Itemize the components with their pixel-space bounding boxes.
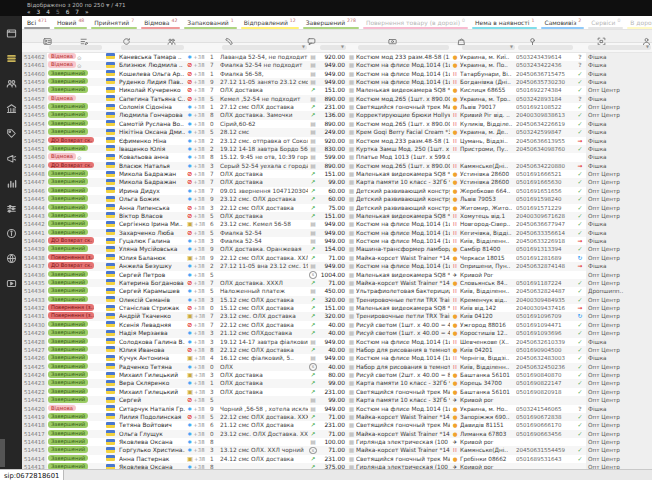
sidebar-item-megaphone[interactable] <box>0 146 22 171</box>
column-filter-input[interactable]: ▼ <box>320 45 346 51</box>
pager-prev-button[interactable]: « <box>27 9 31 15</box>
pager-page-3[interactable]: 3 <box>37 9 41 15</box>
table-row[interactable]: 514446ЗавершенийИрина Дидух∗+38709.01 зв… <box>22 187 652 195</box>
table-row[interactable]: 514433ЗавершенийОлексій Семанів∗+38315.1… <box>22 296 652 304</box>
phone-cell[interactable]: ▣+38 <box>185 371 210 379</box>
sidebar-item-video[interactable] <box>0 271 22 296</box>
phone-cell[interactable]: ▣+38 <box>185 354 210 362</box>
table-row[interactable]: 514417ЗавершенийОльга Глущук∗+38023.12 с… <box>22 430 652 438</box>
phone-cell[interactable]: ∗+38 <box>185 338 210 346</box>
phone-cell[interactable]: ∗+38 <box>185 329 210 337</box>
table-row[interactable]: 514418ЗавершенийТетяна Войтович∗+38621.1… <box>22 421 652 429</box>
phone-cell[interactable]: ∗+38 <box>185 296 210 304</box>
table-row[interactable]: 514456ЗавершенийСоломія Сідоніна∗+38127.… <box>22 103 652 111</box>
phone-cell[interactable]: ∗+38 <box>185 195 210 203</box>
phone-cell[interactable]: ∗+38 <box>185 262 210 270</box>
table-row[interactable]: 514455ЗавершенийЛюдмила Гончарова∗+388ОЛ… <box>22 111 652 119</box>
table-row[interactable]: 514447ЗавершенийМикола Бадражан⊘+387ОЛХ … <box>22 178 652 186</box>
table-row[interactable]: 514429ЗавершенийНадія Мерзаєва∗+38321.12… <box>22 329 652 337</box>
pager-page-4[interactable]: 4 <box>46 9 50 15</box>
phone-cell[interactable]: ∗+38 <box>185 53 210 61</box>
phone-cell[interactable]: ⊘+38 <box>185 70 210 78</box>
sidebar-item-bank[interactable] <box>0 96 22 121</box>
table-row[interactable]: 514422ЗавершенийМихаил Гилецький▣+383ОЛХ… <box>22 388 652 396</box>
sidebar-item-info[interactable] <box>0 221 22 246</box>
table-row[interactable]: 514427ЗавершенийЮлия Иванова⊘+38822.12 с… <box>22 346 652 354</box>
sidebar-item-sliders[interactable] <box>0 196 22 221</box>
sidebar-item-orders[interactable] <box>0 46 22 71</box>
table-row[interactable]: 514452ДО Возврат ск.Єфименко Ніна∗+38223… <box>22 137 652 145</box>
phone-cell[interactable]: ⊘+38 <box>185 178 210 186</box>
phone-cell[interactable]: ⊘+38 <box>185 95 210 103</box>
phone-cell[interactable]: ∗+38 <box>185 187 210 195</box>
phone-cell[interactable]: ∗+38 <box>185 120 210 128</box>
tab-завершений[interactable]: Завершений278 <box>301 16 361 29</box>
table-row[interactable]: 514428ЗавершенийСолодкова Галина В..∗+38… <box>22 338 652 346</box>
table-row[interactable]: 514437ДО Возврат ск.Анжела Безушку∗+3822… <box>22 262 652 270</box>
table-row[interactable]: 514434ЗавершенийСергей Карамышев∗+385Нал… <box>22 287 652 295</box>
phone-cell[interactable]: ⊘+38 <box>185 346 210 354</box>
table-row[interactable]: 514420ВідмоваСитарчук Наталія Гр..∗+389Ч… <box>22 405 652 413</box>
table-row[interactable]: 514432Повернення (з..Станіслав Стрижак⊘+… <box>22 304 652 312</box>
column-filter-input[interactable] <box>518 45 573 51</box>
table-row[interactable]: 514439ЗавершенийУляна Мусійовська∗+389ОЛ… <box>22 245 652 253</box>
phone-cell[interactable]: ▣+38 <box>185 312 210 320</box>
phone-cell[interactable]: ⊘+38 <box>185 321 210 329</box>
pager-page-5[interactable]: 5 <box>56 9 60 15</box>
phone-cell[interactable]: ⊘+38 <box>185 204 210 212</box>
tab-всі[interactable]: Всі471 <box>22 16 52 29</box>
table-row[interactable]: 514442ЗавершенийСергієнко Ірина Ми..▣+38… <box>22 220 652 228</box>
table-row[interactable]: 514458ЗавершенийНиколай Кучеренко⊘+387ОЛ… <box>22 86 652 94</box>
phone-cell[interactable]: ▣+38 <box>185 220 210 228</box>
column-filter-input[interactable] <box>358 45 449 51</box>
table-row[interactable]: 514438Повернення (з..Юлия Баланюк▣+38922… <box>22 254 652 262</box>
phone-cell[interactable]: ∗+38 <box>185 379 210 387</box>
table-row[interactable]: 514416ЗавершенийЯковлева Оксана∗+388▤100… <box>22 438 652 446</box>
pagination-summary[interactable]: Відображено з 200 по 250 ▼ / 471 <box>27 2 126 8</box>
column-filter-input[interactable] <box>49 45 102 51</box>
table-row[interactable]: 514443ЗавершенийВіктор Власов⊘+385ОЛХ до… <box>22 212 652 220</box>
phone-cell[interactable]: ∗+38 <box>185 128 210 136</box>
phone-cell[interactable]: ⊘+38 <box>185 413 210 421</box>
phone-cell[interactable]: ∗+38 <box>185 421 210 429</box>
table-row[interactable]: 514451ЗавершенийІващенко Юлія∗+38219.12 … <box>22 145 652 153</box>
tab-нема-в-наявності[interactable]: Нема в наявності1 <box>470 16 540 29</box>
phone-cell[interactable]: ⊘+38 <box>185 170 210 178</box>
phone-cell[interactable]: ⊘+38 <box>185 279 210 287</box>
table-row[interactable]: 514450Відмова⊙Ковальова анна∗+38815.12. … <box>22 153 652 161</box>
sidebar-item-tag[interactable] <box>0 121 22 146</box>
table-row[interactable]: 514454ЗавершенийСамотій Руслана Во..∗+38… <box>22 120 652 128</box>
phone-cell[interactable]: ⊘+38 <box>185 86 210 94</box>
pager-page-6[interactable]: 6 <box>66 9 70 15</box>
table-row[interactable]: 514431Повернення (з..Андрій Ткаченко▣+38… <box>22 312 652 320</box>
column-header-chat-icon[interactable] <box>307 31 316 50</box>
table-row[interactable]: 514457ВідмоваСапегина Татьяна С..⊘+385Ке… <box>22 95 652 103</box>
sidebar-item-chart[interactable] <box>0 171 22 196</box>
phone-cell[interactable]: ∗+38 <box>185 430 210 438</box>
phone-cell[interactable]: ∗+38 <box>185 271 210 279</box>
table-row[interactable]: 514462Відмова⊙Каневська Тамара ..∗+381Ла… <box>22 53 652 61</box>
phone-cell[interactable]: ▣+38 <box>185 388 210 396</box>
pager-next-button[interactable]: » <box>85 9 89 15</box>
phone-cell[interactable]: ∗+38 <box>185 363 210 371</box>
phone-cell[interactable]: ⊘+38 <box>185 396 210 404</box>
phone-cell[interactable]: ∗+38 <box>185 162 210 170</box>
phone-cell[interactable]: ∗+38 <box>185 245 210 253</box>
tab-в-дорозі-додому[interactable]: В дорозі додому0 <box>625 16 652 29</box>
table-row[interactable]: 514436ЗавершенийСергей Петров∗+385S1004.… <box>22 271 652 279</box>
phone-cell[interactable]: ∗+38 <box>185 111 210 119</box>
pager-page-7[interactable]: 7 <box>75 9 79 15</box>
phone-cell[interactable]: ∗+38 <box>185 446 210 454</box>
phone-cell[interactable]: ∗+38 <box>185 237 210 245</box>
table-row[interactable]: 514444ЗавершенийАнна Липенська⊘+38322.12… <box>22 204 652 212</box>
table-row[interactable]: 514435ЗавершенийКатерина Богданова⊘+387О… <box>22 279 652 287</box>
phone-cell[interactable]: ▣+38 <box>185 455 210 463</box>
table-row[interactable]: 514441ЗавершенийЗахарченко Люба⊘+385Фиал… <box>22 229 652 237</box>
tab-запакований[interactable]: Запакований1 <box>182 16 238 29</box>
phone-cell[interactable]: ∗+38 <box>185 405 210 413</box>
sidebar-item-globe[interactable] <box>0 246 22 271</box>
table-row[interactable]: 514425ЗавершенийРадченко Тетяна∗+380ОЛХS… <box>22 363 652 371</box>
tab-самовивіз[interactable]: Самовивіз2 <box>539 16 586 29</box>
table-row[interactable]: 514413ЗавершенийЯковлева Оксана∗+388↗375… <box>22 463 652 469</box>
column-filter-input[interactable] <box>121 45 184 51</box>
